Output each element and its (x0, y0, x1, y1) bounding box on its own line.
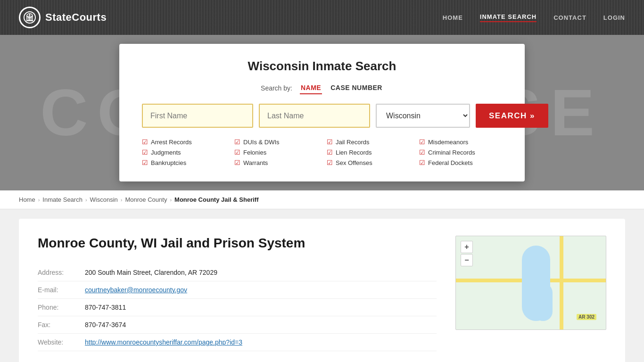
search-button[interactable]: SEARCH » (476, 104, 548, 128)
address-value: 200 South Main Street, Clarendon, AR 720… (85, 269, 217, 276)
content-right: + − AR 302 (455, 236, 606, 351)
hero-section: COURTHOUSE Wisconsin Inmate Search Searc… (0, 35, 644, 190)
check-icon: ☑ (327, 148, 333, 156)
check-icon: ☑ (419, 159, 425, 166)
nav-login[interactable]: LOGIN (603, 14, 625, 21)
email-row: E-mail: courtneybaker@monroecounty.gov (38, 281, 437, 299)
nav-contact[interactable]: CONTACT (553, 14, 586, 21)
tab-name[interactable]: NAME (300, 82, 322, 94)
email-link[interactable]: courtneybaker@monroecounty.gov (85, 286, 187, 294)
check-icon: ☑ (234, 148, 240, 156)
feature-item: ☑Warrants (234, 159, 317, 166)
breadcrumb-item[interactable]: Home (19, 196, 35, 203)
feature-label: Lien Records (336, 149, 372, 156)
search-by-label: Search by: (261, 84, 292, 92)
breadcrumb-separator: › (38, 197, 40, 203)
nav-home[interactable]: HOME (443, 14, 463, 21)
main-content: Monroe County, WI Jail and Prison System… (0, 219, 644, 362)
check-icon: ☑ (142, 159, 148, 166)
map-zoom-in[interactable]: + (461, 241, 473, 253)
svg-rect-1 (26, 20, 33, 21)
feature-label: Arrest Records (151, 139, 192, 146)
feature-label: Federal Dockets (428, 159, 473, 166)
svg-rect-2 (29, 14, 30, 20)
fax-row: Fax: 870-747-3674 (38, 316, 437, 334)
search-title: Wisconsin Inmate Search (142, 59, 502, 74)
breadcrumb-item: Monroe County Jail & Sheriff (174, 196, 258, 203)
feature-item: ☑DUIs & DWIs (234, 138, 317, 146)
facility-title: Monroe County, WI Jail and Prison System (38, 236, 437, 251)
breadcrumb-separator: › (170, 197, 172, 203)
feature-label: Jail Records (336, 139, 370, 146)
breadcrumb-separator: › (85, 197, 87, 203)
check-icon: ☑ (234, 159, 240, 166)
check-icon: ☑ (142, 148, 148, 156)
feature-item: ☑Federal Dockets (419, 159, 502, 166)
check-icon: ☑ (419, 138, 425, 146)
check-icon: ☑ (327, 138, 333, 146)
nav-inmate-search[interactable]: INMATE SEARCH (480, 13, 537, 22)
features-grid: ☑Arrest Records☑DUIs & DWIs☑Jail Records… (142, 138, 502, 166)
email-label: E-mail: (38, 286, 85, 294)
breadcrumb-item[interactable]: Inmate Search (42, 196, 83, 203)
feature-item: ☑Felonies (234, 148, 317, 156)
feature-item: ☑Sex Offenses (327, 159, 410, 166)
website-link[interactable]: http://www.monroecountysheriffar.com/pag… (85, 338, 242, 346)
feature-item: ☑Jail Records (327, 138, 410, 146)
phone-value: 870-747-3811 (85, 304, 126, 311)
feature-item: ☑Bankruptcies (142, 159, 225, 166)
map-road-vertical (560, 236, 563, 329)
map-zoom-out[interactable]: − (461, 254, 473, 266)
feature-label: DUIs & DWIs (243, 139, 280, 146)
logo-icon (19, 7, 41, 28)
search-card: Wisconsin Inmate Search Search by: NAME … (119, 44, 525, 181)
check-icon: ☑ (327, 159, 333, 166)
header: StateCourts HOME INMATE SEARCH CONTACT L… (0, 0, 644, 35)
phone-row: Phone: 870-747-3811 (38, 299, 437, 316)
feature-label: Bankruptcies (151, 159, 186, 166)
address-row: Address: 200 South Main Street, Clarendo… (38, 264, 437, 281)
feature-item: ☑Misdemeanors (419, 138, 502, 146)
feature-item: ☑Arrest Records (142, 138, 225, 146)
fax-label: Fax: (38, 321, 85, 329)
phone-label: Phone: (38, 304, 85, 311)
website-label: Website: (38, 338, 85, 346)
state-select[interactable]: Wisconsin Alabama Alaska Arizona Arkansa… (376, 104, 470, 128)
check-icon: ☑ (234, 138, 240, 146)
last-name-input[interactable] (259, 104, 370, 128)
map-water-2 (534, 283, 553, 321)
feature-label: Sex Offenses (336, 159, 372, 166)
map-road-label: AR 302 (577, 314, 596, 320)
feature-label: Felonies (243, 149, 266, 156)
breadcrumb-item[interactable]: Wisconsin (90, 196, 118, 203)
main-nav: HOME INMATE SEARCH CONTACT LOGIN (443, 13, 625, 22)
feature-label: Misdemeanors (428, 139, 468, 146)
fax-value: 870-747-3674 (85, 321, 126, 329)
logo-link[interactable]: StateCourts (19, 7, 107, 28)
content-card: Monroe County, WI Jail and Prison System… (19, 219, 625, 362)
search-inputs: Wisconsin Alabama Alaska Arizona Arkansa… (142, 104, 502, 128)
breadcrumb: Home›Inmate Search›Wisconsin›Monroe Coun… (0, 190, 644, 209)
website-row: Website: http://www.monroecountysheriffa… (38, 334, 437, 351)
map-container: + − AR 302 (455, 236, 606, 330)
address-label: Address: (38, 269, 85, 276)
breadcrumb-item[interactable]: Monroe County (125, 196, 167, 203)
first-name-input[interactable] (142, 104, 253, 128)
search-tabs-row: Search by: NAME CASE NUMBER (142, 82, 502, 94)
breadcrumb-separator: › (121, 197, 123, 203)
tab-case-number[interactable]: CASE NUMBER (330, 82, 383, 94)
feature-item: ☑Judgments (142, 148, 225, 156)
site-name: StateCourts (45, 11, 107, 24)
feature-label: Warrants (243, 159, 268, 166)
content-left: Monroe County, WI Jail and Prison System… (38, 236, 437, 351)
feature-item: ☑Criminal Records (419, 148, 502, 156)
check-icon: ☑ (142, 138, 148, 146)
check-icon: ☑ (419, 148, 425, 156)
feature-label: Criminal Records (428, 149, 475, 156)
feature-item: ☑Lien Records (327, 148, 410, 156)
feature-label: Judgments (151, 149, 181, 156)
